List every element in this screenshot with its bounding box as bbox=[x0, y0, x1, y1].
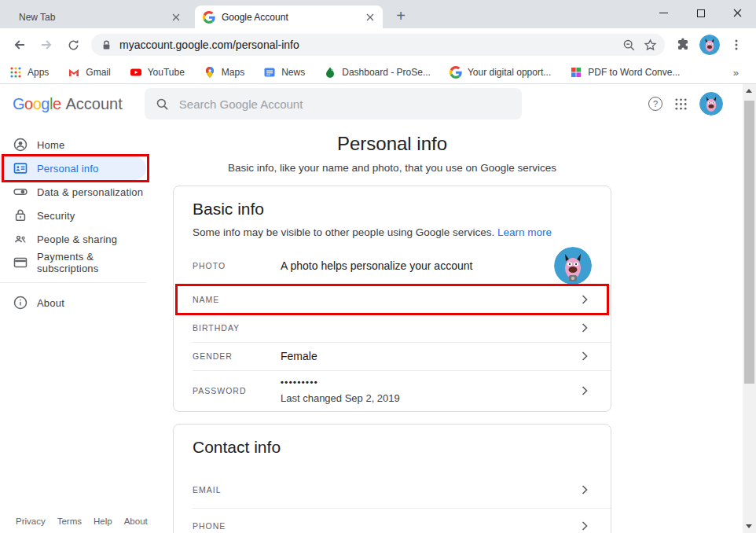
tab-title: New Tab bbox=[19, 12, 169, 23]
sidebar-item-data-personalization[interactable]: Data & personalization bbox=[0, 180, 146, 204]
sidebar-item-label: Security bbox=[37, 210, 75, 222]
contact-info-card: Contact info EMAIL PHONE bbox=[173, 424, 611, 533]
address-bar[interactable]: myaccount.google.com/personal-info bbox=[91, 34, 665, 56]
row-gender[interactable]: GENDER Female bbox=[174, 342, 611, 370]
scrollbar-thumb[interactable] bbox=[744, 101, 754, 384]
footer-link-about[interactable]: About bbox=[124, 516, 148, 526]
minimize-button[interactable] bbox=[645, 0, 682, 26]
page-body: Home Personal info Data & personalizatio… bbox=[0, 123, 756, 533]
footer-link-terms[interactable]: Terms bbox=[57, 516, 82, 526]
logo-suffix: Account bbox=[66, 95, 123, 113]
footer-links: Privacy Terms Help About bbox=[0, 516, 173, 533]
tab-close-icon[interactable] bbox=[169, 10, 182, 24]
sidebar-item-payments-subscriptions[interactable]: Payments & subscriptions bbox=[0, 251, 146, 274]
page-subtitle: Basic info, like your name and photo, th… bbox=[173, 162, 611, 174]
bookmark-star-icon[interactable] bbox=[644, 39, 657, 52]
people-icon bbox=[13, 231, 28, 247]
scroll-down-arrow-icon[interactable] bbox=[746, 524, 752, 528]
bookmark-maps[interactable]: Maps bbox=[204, 66, 244, 79]
personal-info-badge-icon bbox=[13, 160, 28, 176]
chevron-right-icon bbox=[578, 349, 592, 363]
bookmark-pdf-to-word[interactable]: PDF to Word Conve... bbox=[570, 66, 680, 79]
row-label: PHOTO bbox=[193, 261, 281, 270]
profile-photo[interactable] bbox=[554, 247, 592, 285]
extensions-button[interactable] bbox=[670, 31, 696, 58]
row-label: NAME bbox=[193, 295, 281, 304]
sidebar-item-about[interactable]: About bbox=[0, 291, 146, 314]
row-password[interactable]: PASSWORD ••••••••• Last changed Sep 2, 2… bbox=[174, 370, 611, 411]
reload-button[interactable] bbox=[60, 31, 86, 58]
sidebar-item-people-sharing[interactable]: People & sharing bbox=[0, 227, 146, 251]
back-button[interactable] bbox=[6, 31, 33, 58]
chevron-right-icon bbox=[578, 384, 592, 398]
credit-card-icon bbox=[13, 255, 28, 270]
color-grid-icon bbox=[570, 66, 582, 79]
question-mark: ? bbox=[653, 99, 658, 108]
chevron-right-icon bbox=[578, 519, 592, 533]
scroll-up-arrow-icon[interactable] bbox=[746, 89, 752, 93]
footer-link-help[interactable]: Help bbox=[94, 516, 112, 526]
info-icon bbox=[13, 295, 28, 311]
bookmark-gmail[interactable]: Gmail bbox=[68, 66, 110, 79]
account-search-input[interactable] bbox=[179, 97, 511, 111]
row-photo[interactable]: PHOTO A photo helps personalize your acc… bbox=[174, 246, 611, 285]
zoom-indicator-icon[interactable] bbox=[622, 39, 636, 52]
footer-link-privacy[interactable]: Privacy bbox=[16, 516, 46, 526]
sidebar-item-label: Payments & subscriptions bbox=[37, 251, 146, 274]
close-button[interactable] bbox=[719, 0, 756, 26]
account-header: Google Account ? bbox=[0, 84, 756, 123]
learn-more-link[interactable]: Learn more bbox=[497, 226, 552, 238]
apps-launcher-icon[interactable] bbox=[674, 97, 688, 111]
lock-icon bbox=[101, 39, 112, 51]
row-email[interactable]: EMAIL bbox=[174, 472, 611, 508]
close-icon bbox=[733, 9, 742, 17]
google-account-logo[interactable]: Google Account bbox=[13, 95, 123, 113]
google-g-icon bbox=[450, 66, 462, 79]
puzzle-icon bbox=[676, 38, 690, 52]
url-text[interactable]: myaccount.google.com/personal-info bbox=[119, 39, 622, 51]
sidebar-item-home[interactable]: Home bbox=[0, 133, 146, 156]
main-content: Personal info Basic info, like your name… bbox=[173, 123, 756, 533]
bookmark-label: Dashboard - ProSe... bbox=[342, 67, 431, 78]
sidebar-item-label: Home bbox=[37, 139, 64, 151]
sidebar-item-personal-info[interactable]: Personal info bbox=[0, 156, 146, 180]
page-title: Personal info bbox=[173, 133, 611, 155]
bookmark-dashboard[interactable]: Dashboard - ProSe... bbox=[324, 66, 431, 79]
bookmarks-overflow-chevron-icon[interactable]: » bbox=[733, 67, 739, 79]
window-controls bbox=[645, 0, 756, 26]
bookmark-your-digital[interactable]: Your digital opport... bbox=[450, 66, 551, 79]
lock-icon bbox=[13, 208, 28, 223]
row-name[interactable]: NAME bbox=[174, 285, 611, 314]
maps-pin-icon bbox=[204, 66, 216, 79]
maximize-button[interactable] bbox=[682, 0, 719, 26]
bookmark-apps[interactable]: Apps bbox=[9, 66, 49, 79]
toggle-icon bbox=[13, 184, 28, 200]
browser-toolbar: myaccount.google.com/personal-info bbox=[0, 28, 756, 61]
avatar bbox=[699, 35, 720, 55]
bookmark-news[interactable]: News bbox=[263, 66, 305, 79]
bookmark-youtube[interactable]: YouTube bbox=[130, 66, 185, 79]
help-icon[interactable]: ? bbox=[648, 97, 662, 111]
profile-avatar-button[interactable] bbox=[696, 31, 723, 58]
tab-close-icon[interactable] bbox=[363, 10, 376, 24]
row-birthday[interactable]: BIRTHDAY bbox=[174, 314, 611, 342]
row-phone[interactable]: PHONE bbox=[174, 508, 611, 533]
youtube-icon bbox=[130, 66, 142, 79]
new-tab-button[interactable]: + bbox=[391, 6, 411, 26]
reload-icon bbox=[67, 39, 80, 52]
tab-google-account[interactable]: Google Account bbox=[195, 6, 383, 28]
forward-button[interactable] bbox=[33, 31, 60, 58]
password-last-changed: Last changed Sep 2, 2019 bbox=[281, 392, 571, 404]
account-search-box[interactable] bbox=[145, 88, 522, 119]
card-description: Some info may be visible to other people… bbox=[193, 226, 494, 238]
menu-button[interactable] bbox=[723, 31, 750, 58]
row-value: Female bbox=[281, 350, 571, 362]
minimize-icon bbox=[659, 13, 668, 13]
tab-new-tab[interactable]: New Tab bbox=[6, 6, 189, 28]
gmail-icon bbox=[68, 66, 80, 79]
page-scrollbar[interactable] bbox=[743, 84, 756, 533]
bookmarks-bar: Apps Gmail YouTube Maps News Dashboard -… bbox=[0, 61, 756, 84]
account-avatar[interactable] bbox=[699, 92, 723, 116]
sidebar-item-security[interactable]: Security bbox=[0, 204, 146, 227]
row-label: PHONE bbox=[193, 521, 281, 531]
